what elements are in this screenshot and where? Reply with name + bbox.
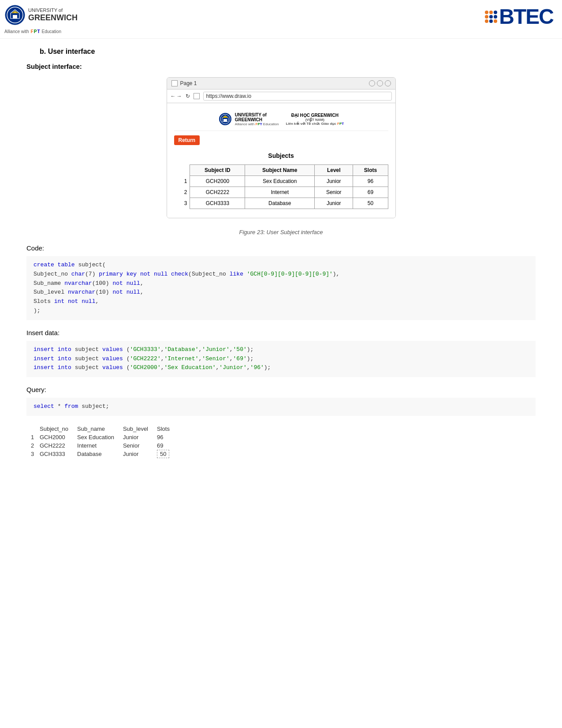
insert-block: insert into subject values ('GCH3333','D… — [26, 341, 536, 377]
qr-col-sub-name: Sub_name — [77, 425, 123, 433]
svg-rect-8 — [223, 119, 227, 122]
cell-slots: 96 — [353, 176, 388, 187]
qr-slots: 96 — [157, 433, 179, 441]
back-arrow[interactable]: ← — [171, 93, 176, 99]
qr-row-num: 1 — [31, 433, 40, 441]
uni-name-main: GREENWICH — [28, 13, 78, 23]
page-uni-name: UNIVERSITY ofGREENWICH — [235, 112, 279, 122]
row-num: 1 — [174, 176, 190, 187]
btec-dot-3 — [494, 11, 497, 14]
query-result-row: 3 GCH3333 Database Junior 50 — [31, 450, 179, 458]
browser-tab: Page 1 — [171, 80, 197, 86]
uni-name-top: UNIVERSITY of — [28, 7, 78, 13]
window-btn-1[interactable] — [369, 80, 375, 86]
window-btn-2[interactable] — [377, 80, 383, 86]
window-btn-3[interactable] — [385, 80, 391, 86]
cell-subject-name: Database — [245, 198, 315, 209]
cell-subject-name: Sex Education — [245, 176, 315, 187]
cell-subject-name: Internet — [245, 187, 315, 198]
qr-sub-name: Sex Education — [77, 433, 123, 441]
browser-mockup: Page 1 ← → ↻ https://www.draw.io — [167, 77, 396, 218]
btec-dot-9 — [494, 19, 497, 23]
qr-col-num — [31, 425, 40, 433]
fpt-logo: FPT — [31, 29, 40, 34]
browser-titlebar: Page 1 — [167, 78, 395, 90]
qr-slots: 50 — [157, 450, 179, 458]
tab-icon — [171, 80, 178, 86]
cell-level: Junior — [315, 198, 353, 209]
qr-subject-no: GCH2222 — [40, 441, 77, 450]
university-emblem: ✦ — [4, 4, 26, 26]
qr-row-num: 3 — [31, 450, 40, 458]
cell-level: Senior — [315, 187, 353, 198]
nav-arrows[interactable]: ← → — [171, 93, 182, 99]
viet-sub: (VIỆT NAM) — [286, 118, 344, 122]
query-result-row: 1 GCH2000 Sex Education Junior 96 — [31, 433, 179, 441]
page-emblem — [218, 112, 232, 126]
query-result-table: Subject_no Sub_name Sub_level Slots 1 GC… — [31, 425, 179, 458]
page-viet-text: ĐẠI HỌC GREENWICH (VIỆT NAM) Liên kết vớ… — [286, 113, 344, 126]
page-alliance: Alliance with FPT Education — [235, 122, 279, 126]
cell-subject-id: GCH3333 — [190, 198, 245, 209]
page-uni-logo: UNIVERSITY ofGREENWICH Alliance with FPT… — [218, 112, 279, 126]
qr-col-slots: Slots — [157, 425, 179, 433]
cell-level: Junior — [315, 176, 353, 187]
qr-slots: 69 — [157, 441, 179, 450]
table-row: 2 GCH2222 Internet Senior 69 — [174, 187, 388, 198]
page-icon — [194, 93, 200, 99]
page-uni-text: UNIVERSITY ofGREENWICH Alliance with FPT… — [235, 112, 279, 126]
url-bar[interactable]: https://www.draw.io — [203, 92, 392, 101]
subject-interface-heading: Subject interface: — [26, 63, 536, 70]
btec-dot-8 — [489, 19, 493, 23]
btec-dot-5 — [489, 15, 493, 19]
btec-dots — [485, 11, 497, 23]
university-logo: ✦ UNIVERSITY of GREENWICH — [4, 4, 78, 26]
col-subject-id: Subject ID — [190, 165, 245, 176]
cell-subject-id: GCH2222 — [190, 187, 245, 198]
viet-name: ĐẠI HỌC GREENWICH — [286, 113, 344, 118]
btec-dot-1 — [485, 11, 488, 14]
fpt-f: F — [31, 29, 33, 34]
highlighted-slot: 50 — [157, 450, 169, 458]
btec-dot-4 — [485, 15, 488, 19]
row-num: 3 — [174, 198, 190, 209]
forward-arrow[interactable]: → — [177, 93, 182, 99]
qr-sub-level: Junior — [123, 433, 157, 441]
table-row: 3 GCH3333 Database Junior 50 — [174, 198, 388, 209]
code-label: Code: — [26, 244, 536, 252]
btec-text: BTEC — [499, 4, 553, 29]
btec-dot-2 — [489, 11, 493, 14]
cell-subject-id: GCH2000 — [190, 176, 245, 187]
btec-dot-7 — [485, 19, 488, 23]
qr-row-num: 2 — [31, 441, 40, 450]
qr-col-sub-level: Sub_level — [123, 425, 157, 433]
col-slots: Slots — [353, 165, 388, 176]
header-left: ✦ UNIVERSITY of GREENWICH Alliance with … — [4, 4, 78, 34]
cell-slots: 69 — [353, 187, 388, 198]
refresh-icon[interactable]: ↻ — [186, 93, 190, 99]
subjects-table: Subject ID Subject Name Level Slots 1 GC… — [174, 164, 388, 209]
page-header-banner: UNIVERSITY ofGREENWICH Alliance with FPT… — [174, 108, 388, 131]
browser-navbar: ← → ↻ https://www.draw.io — [167, 90, 395, 103]
browser-controls — [369, 80, 391, 86]
subjects-title: Subjects — [174, 152, 388, 159]
fpt-p: P — [34, 29, 37, 34]
row-num: 2 — [174, 187, 190, 198]
qr-sub-level: Junior — [123, 450, 157, 458]
university-text: UNIVERSITY of GREENWICH — [28, 7, 78, 23]
qr-subject-no: GCH3333 — [40, 450, 77, 458]
main-content: b. User interface Subject interface: Pag… — [0, 39, 562, 476]
svg-rect-2 — [13, 15, 17, 19]
return-button[interactable]: Return — [174, 135, 200, 145]
btec-dot-6 — [494, 15, 497, 19]
cell-slots: 50 — [353, 198, 388, 209]
page-content: UNIVERSITY ofGREENWICH Alliance with FPT… — [167, 103, 395, 218]
btec-logo: BTEC — [485, 4, 553, 29]
table-row: 1 GCH2000 Sex Education Junior 96 — [174, 176, 388, 187]
alliance-line: Alliance with FPT Education — [4, 29, 78, 34]
qr-subject-no: GCH2000 — [40, 433, 77, 441]
tab-label: Page 1 — [180, 80, 197, 86]
code-block: create table subject( Subject_no char(7)… — [26, 256, 536, 320]
query-label: Query: — [26, 386, 536, 393]
qr-sub-name: Internet — [77, 441, 123, 450]
